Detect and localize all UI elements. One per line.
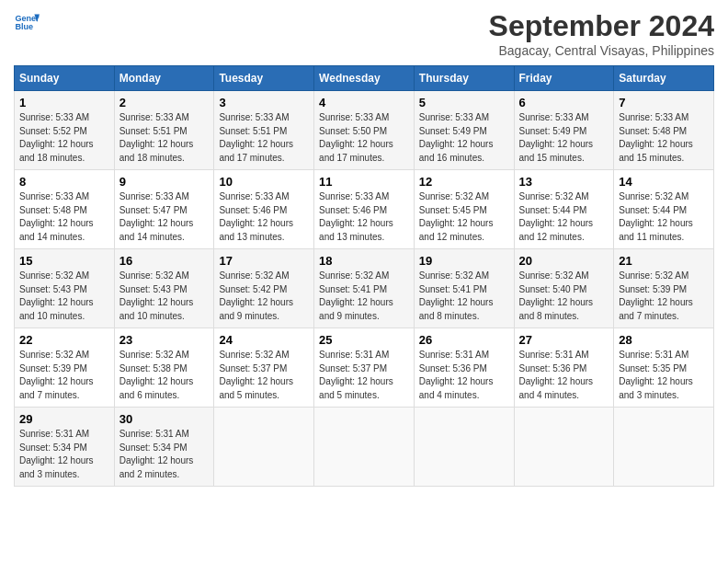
- calendar-day-cell: [614, 408, 714, 487]
- weekday-header: Saturday: [614, 66, 714, 91]
- calendar-day-cell: 24Sunrise: 5:32 AMSunset: 5:37 PMDayligh…: [214, 328, 314, 408]
- calendar-day-cell: 22Sunrise: 5:32 AMSunset: 5:39 PMDayligh…: [15, 328, 115, 408]
- calendar-day-cell: 25Sunrise: 5:31 AMSunset: 5:37 PMDayligh…: [314, 328, 415, 408]
- calendar-header-row: SundayMondayTuesdayWednesdayThursdayFrid…: [15, 66, 714, 91]
- calendar-week-row: 29Sunrise: 5:31 AMSunset: 5:34 PMDayligh…: [15, 408, 714, 487]
- weekday-header: Wednesday: [314, 66, 415, 91]
- calendar-day-cell: 17Sunrise: 5:32 AMSunset: 5:42 PMDayligh…: [214, 249, 314, 328]
- calendar-day-cell: 26Sunrise: 5:31 AMSunset: 5:36 PMDayligh…: [414, 328, 514, 408]
- calendar-day-cell: 16Sunrise: 5:32 AMSunset: 5:43 PMDayligh…: [114, 249, 214, 328]
- calendar-day-cell: 9Sunrise: 5:33 AMSunset: 5:47 PMDaylight…: [114, 170, 214, 249]
- weekday-header: Friday: [514, 66, 614, 91]
- page-header: General Blue September 2024 Bagacay, Cen…: [14, 9, 714, 58]
- weekday-header: Sunday: [15, 66, 115, 91]
- weekday-header: Tuesday: [214, 66, 314, 91]
- svg-text:Blue: Blue: [15, 22, 33, 31]
- calendar-day-cell: 7Sunrise: 5:33 AMSunset: 5:48 PMDaylight…: [614, 91, 714, 170]
- calendar-day-cell: 27Sunrise: 5:31 AMSunset: 5:36 PMDayligh…: [514, 328, 614, 408]
- calendar-day-cell: 6Sunrise: 5:33 AMSunset: 5:49 PMDaylight…: [514, 91, 614, 170]
- calendar-day-cell: 1Sunrise: 5:33 AMSunset: 5:52 PMDaylight…: [15, 91, 115, 170]
- calendar-day-cell: 29Sunrise: 5:31 AMSunset: 5:34 PMDayligh…: [15, 408, 115, 487]
- calendar-day-cell: 15Sunrise: 5:32 AMSunset: 5:43 PMDayligh…: [15, 249, 115, 328]
- calendar-day-cell: 28Sunrise: 5:31 AMSunset: 5:35 PMDayligh…: [614, 328, 714, 408]
- calendar-day-cell: 14Sunrise: 5:32 AMSunset: 5:44 PMDayligh…: [614, 170, 714, 249]
- calendar-week-row: 1Sunrise: 5:33 AMSunset: 5:52 PMDaylight…: [15, 91, 714, 170]
- calendar-week-row: 22Sunrise: 5:32 AMSunset: 5:39 PMDayligh…: [15, 328, 714, 408]
- calendar-day-cell: 19Sunrise: 5:32 AMSunset: 5:41 PMDayligh…: [414, 249, 514, 328]
- calendar-day-cell: 18Sunrise: 5:32 AMSunset: 5:41 PMDayligh…: [314, 249, 415, 328]
- calendar-day-cell: 4Sunrise: 5:33 AMSunset: 5:50 PMDaylight…: [314, 91, 415, 170]
- calendar-day-cell: 5Sunrise: 5:33 AMSunset: 5:49 PMDaylight…: [414, 91, 514, 170]
- calendar-day-cell: 13Sunrise: 5:32 AMSunset: 5:44 PMDayligh…: [514, 170, 614, 249]
- calendar-day-cell: [414, 408, 514, 487]
- calendar-day-cell: 10Sunrise: 5:33 AMSunset: 5:46 PMDayligh…: [214, 170, 314, 249]
- title-block: September 2024 Bagacay, Central Visayas,…: [489, 9, 714, 58]
- calendar-day-cell: 8Sunrise: 5:33 AMSunset: 5:48 PMDaylight…: [15, 170, 115, 249]
- page-title: September 2024: [489, 9, 714, 43]
- calendar-day-cell: 12Sunrise: 5:32 AMSunset: 5:45 PMDayligh…: [414, 170, 514, 249]
- calendar-day-cell: 3Sunrise: 5:33 AMSunset: 5:51 PMDaylight…: [214, 91, 314, 170]
- calendar-week-row: 8Sunrise: 5:33 AMSunset: 5:48 PMDaylight…: [15, 170, 714, 249]
- calendar-day-cell: [214, 408, 314, 487]
- logo: General Blue: [14, 9, 40, 35]
- calendar-day-cell: 30Sunrise: 5:31 AMSunset: 5:34 PMDayligh…: [114, 408, 214, 487]
- calendar-week-row: 15Sunrise: 5:32 AMSunset: 5:43 PMDayligh…: [15, 249, 714, 328]
- page-subtitle: Bagacay, Central Visayas, Philippines: [489, 43, 714, 58]
- calendar-table: SundayMondayTuesdayWednesdayThursdayFrid…: [14, 65, 714, 487]
- weekday-header: Monday: [114, 66, 214, 91]
- calendar-day-cell: [314, 408, 415, 487]
- calendar-day-cell: 11Sunrise: 5:33 AMSunset: 5:46 PMDayligh…: [314, 170, 415, 249]
- calendar-day-cell: 2Sunrise: 5:33 AMSunset: 5:51 PMDaylight…: [114, 91, 214, 170]
- calendar-day-cell: 21Sunrise: 5:32 AMSunset: 5:39 PMDayligh…: [614, 249, 714, 328]
- calendar-day-cell: [514, 408, 614, 487]
- calendar-day-cell: 20Sunrise: 5:32 AMSunset: 5:40 PMDayligh…: [514, 249, 614, 328]
- weekday-header: Thursday: [414, 66, 514, 91]
- calendar-day-cell: 23Sunrise: 5:32 AMSunset: 5:38 PMDayligh…: [114, 328, 214, 408]
